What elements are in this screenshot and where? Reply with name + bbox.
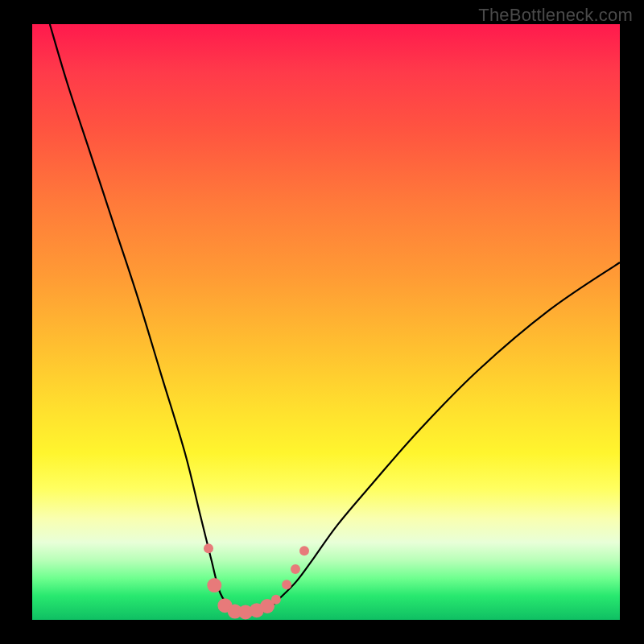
- marker-dot: [282, 580, 291, 589]
- marker-dot: [291, 564, 300, 574]
- plot-area: [32, 24, 620, 620]
- chart-frame: TheBottleneck.com: [0, 0, 644, 644]
- bottleneck-curve: [50, 24, 620, 614]
- marker-dot: [207, 578, 221, 592]
- highlight-dots: [204, 543, 309, 619]
- marker-dot: [204, 543, 213, 553]
- marker-dot: [271, 595, 281, 605]
- chart-svg: [32, 24, 620, 620]
- marker-dot: [299, 546, 309, 555]
- watermark-text: TheBottleneck.com: [478, 5, 633, 26]
